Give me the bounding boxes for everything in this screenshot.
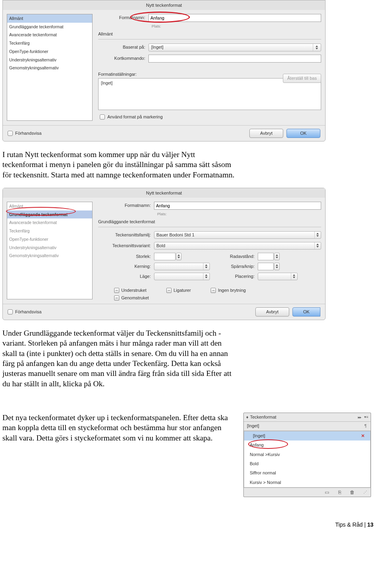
- baserat-dropdown[interactable]: [Inget]: [148, 43, 321, 51]
- kortkommando-label: Kortkommando:: [98, 55, 148, 61]
- clear-override-icon[interactable]: ¶: [364, 423, 367, 429]
- cancel-button[interactable]: Avbryt: [249, 129, 283, 138]
- variant-label: Teckensnittsvariant:: [98, 243, 154, 249]
- sidebar-item-advanced[interactable]: Avancerade teckenformat: [7, 31, 92, 39]
- storlek-stepper[interactable]: [154, 253, 218, 260]
- panel-item-normal-kursiv[interactable]: Normal >Kursiv: [244, 450, 370, 459]
- familj-value: Bauer Bodoni Std 1: [156, 232, 194, 238]
- baserat-label: Baserat på:: [98, 44, 148, 50]
- dialog-new-charstyle: Nytt teckenformat Allmänt Grundläggande …: [2, 0, 326, 142]
- formatnamn-input[interactable]: [148, 14, 321, 22]
- kerning-dropdown[interactable]: [154, 263, 210, 270]
- resize-grip-icon[interactable]: ⋰: [362, 490, 368, 495]
- preview-label-2: Förhandsvisa: [15, 309, 41, 315]
- dialog2-title: Nytt teckenformat: [3, 188, 325, 198]
- underline-label: Understruket: [121, 287, 146, 293]
- tristate-checkbox[interactable]: −: [166, 288, 172, 293]
- variant-dropdown[interactable]: Bold: [154, 242, 321, 250]
- dialog-title: Nytt teckenformat: [3, 0, 325, 10]
- charstyles-panel: ♦ Teckenformat ▸▸ ▾≡ [Inget] ¶ [Inget] ✕…: [243, 413, 371, 497]
- plats-label: Plats:: [152, 24, 321, 29]
- panel-top-value: [Inget]: [247, 423, 259, 429]
- plats-label-2: Plats:: [157, 211, 321, 216]
- divider-2: [98, 227, 321, 227]
- panel-tab-label[interactable]: Teckenformat: [250, 414, 276, 420]
- updown-arrows-icon: [203, 263, 209, 270]
- preview-checkbox[interactable]: [8, 131, 13, 136]
- formatinst-value: [Inget]: [101, 81, 113, 85]
- placering-label: Placering:: [218, 273, 258, 279]
- radavstand-stepper[interactable]: [258, 253, 302, 260]
- nobreak-label: Ingen brytning: [218, 287, 246, 293]
- body-paragraph-3: Det nya teckenformatet dyker up i tecken…: [2, 413, 238, 443]
- formatinst-label: Formatinställningar:: [98, 71, 140, 77]
- panel-item-label: Bold: [250, 461, 259, 467]
- sidebar-item-basic-2[interactable]: Grundläggande teckenformat: [7, 210, 92, 219]
- updown-arrows-icon: [313, 44, 320, 51]
- page-footer: Tips & Råd | 13: [0, 521, 383, 529]
- dialog-new-charstyle-2: Nytt teckenformat Allmänt Grundläggande …: [2, 188, 326, 320]
- body-paragraph-1: I rutan Nytt teckenformat som kommer upp…: [2, 149, 238, 180]
- formatnamn-label: Formatnamn:: [98, 15, 148, 21]
- placering-dropdown[interactable]: [258, 273, 298, 280]
- kerning-label: Kerning:: [98, 264, 154, 269]
- section-basic-label: Grundläggande teckenformat: [98, 219, 321, 225]
- apply-label: Använd format på markering: [107, 114, 163, 120]
- panel-item-bold[interactable]: Bold: [244, 459, 370, 468]
- baserat-value: [Inget]: [151, 44, 164, 50]
- formatinst-box: [Inget]: [98, 78, 321, 110]
- sidebar-item-color[interactable]: Teckenfärg: [7, 39, 92, 47]
- panel-item-label: Kursiv > Normal: [250, 480, 281, 486]
- dialog2-sidebar: Allmänt Grundläggande teckenformat Avanc…: [7, 202, 93, 299]
- variant-value: Bold: [156, 243, 165, 249]
- tristate-checkbox[interactable]: −: [211, 288, 216, 293]
- sidebar-item-opentype-2[interactable]: OpenType-funktioner: [7, 235, 92, 244]
- footer-text: Tips & Råd |: [335, 521, 367, 528]
- panel-menu-icon[interactable]: ▾≡: [364, 415, 368, 420]
- preview-label: Förhandsvisa: [15, 130, 41, 136]
- trash-icon[interactable]: 🗑: [349, 490, 355, 495]
- panel-item-kursiv-normal[interactable]: Kursiv > Normal: [244, 478, 370, 487]
- tristate-checkbox[interactable]: −: [114, 295, 119, 301]
- panel-item-siffror[interactable]: Siffror normal: [244, 468, 370, 478]
- apply-checkbox[interactable]: [100, 114, 105, 120]
- sidebar-item-opentype[interactable]: OpenType-funktioner: [7, 47, 92, 56]
- panel-item-inget[interactable]: [Inget] ✕: [244, 431, 370, 441]
- panel-item-label: Siffror normal: [250, 470, 276, 476]
- new-style-icon[interactable]: ⎘: [336, 490, 343, 495]
- sidebar-item-strike-2[interactable]: Genomstrykningsalternativ: [7, 252, 92, 260]
- sidebar-item-underline[interactable]: Understrykningsalternativ: [7, 56, 92, 64]
- body-paragraph-2: Under Grundläggande teckenformat väljer …: [2, 328, 238, 389]
- sparra-stepper[interactable]: [258, 263, 302, 270]
- section-general-label: Allmänt: [98, 31, 321, 37]
- kortkommando-input[interactable]: [148, 55, 321, 63]
- sidebar-item-strike[interactable]: Genomstrykningsalternativ: [7, 64, 92, 72]
- panel-item-label: [Inget]: [253, 433, 265, 439]
- dialog1-sidebar: Allmänt Grundläggande teckenformat Avanc…: [7, 14, 93, 121]
- familj-label: Teckensnittsfamilj:: [98, 232, 154, 238]
- sidebar-item-general[interactable]: Allmänt: [7, 14, 92, 23]
- formatnamn-input-2[interactable]: [154, 202, 321, 210]
- preview-checkbox-2[interactable]: [8, 309, 13, 315]
- updown-arrows-icon: [203, 273, 209, 280]
- sidebar-item-color-2[interactable]: Teckenfärg: [7, 227, 92, 235]
- expand-icon[interactable]: ♦: [246, 414, 249, 420]
- panel-item-label: Anfang: [250, 442, 264, 448]
- sidebar-item-advanced-2[interactable]: Avancerade teckenformat: [7, 218, 92, 227]
- cancel-button-2[interactable]: Avbryt: [255, 307, 289, 317]
- double-arrow-icon[interactable]: ▸▸: [358, 415, 361, 420]
- familj-dropdown[interactable]: Bauer Bodoni Std 1: [154, 231, 321, 239]
- sidebar-item-general-2[interactable]: Allmänt: [7, 202, 92, 210]
- folder-icon[interactable]: ▭: [324, 490, 330, 495]
- ok-button-2[interactable]: OK: [292, 307, 320, 317]
- reset-to-base-button[interactable]: Återställ till bas: [283, 74, 321, 83]
- ok-button[interactable]: OK: [286, 129, 320, 138]
- tristate-checkbox[interactable]: −: [114, 288, 119, 293]
- sidebar-item-basic[interactable]: Grundläggande teckenformat: [7, 23, 92, 31]
- storlek-label: Storlek:: [98, 254, 154, 260]
- panel-item-anfang[interactable]: Anfang: [244, 441, 370, 450]
- lage-dropdown[interactable]: [154, 273, 210, 280]
- panel-item-label: Normal >Kursiv: [250, 452, 280, 458]
- footer-page-number: 13: [367, 521, 373, 528]
- sidebar-item-underline-2[interactable]: Understrykningsalternativ: [7, 244, 92, 252]
